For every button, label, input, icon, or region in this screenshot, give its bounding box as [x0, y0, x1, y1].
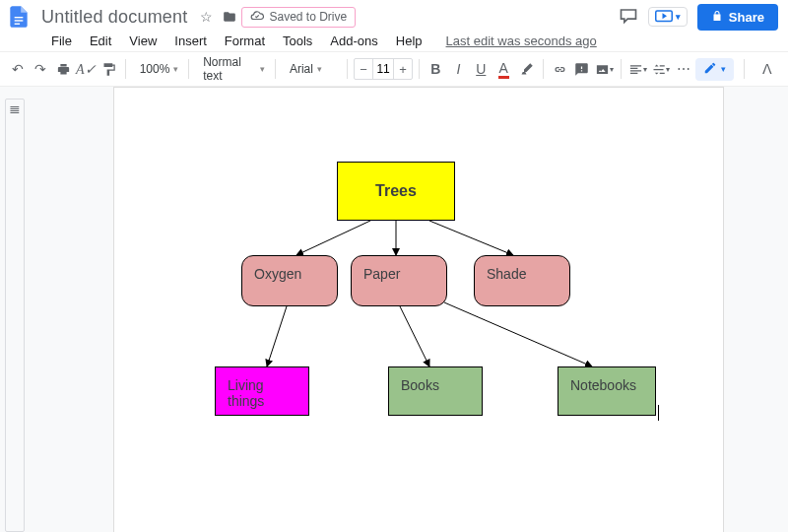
menu-tools[interactable]: Tools: [275, 32, 320, 50]
document-title[interactable]: Untitled document: [41, 7, 187, 28]
align-icon[interactable]: ▾: [627, 56, 648, 82]
svg-line-8: [400, 306, 429, 366]
insert-image-icon[interactable]: ▾: [594, 56, 615, 82]
insert-comment-icon[interactable]: [572, 56, 593, 82]
line-spacing-icon[interactable]: ▾: [650, 56, 671, 82]
present-button[interactable]: ▾: [648, 7, 688, 27]
share-label: Share: [729, 10, 764, 25]
workspace: ≣ Trees Oxygen Paper Shade Living things: [0, 87, 788, 532]
menu-edit[interactable]: Edit: [82, 32, 119, 50]
outline-rail: ≣: [0, 87, 30, 532]
more-icon[interactable]: ⋯: [673, 56, 693, 82]
redo-icon[interactable]: ↷: [31, 56, 51, 82]
move-icon[interactable]: [223, 10, 236, 24]
text-cursor: [658, 405, 659, 421]
title-bar: Untitled document ☆ Saved to Drive ▾ Sha…: [0, 0, 788, 30]
menu-file[interactable]: File: [43, 32, 80, 50]
saved-label: Saved to Drive: [269, 10, 347, 24]
underline-icon[interactable]: U: [471, 56, 492, 82]
font-size-input[interactable]: [372, 59, 394, 79]
last-edit-link[interactable]: Last edit was seconds ago: [438, 32, 605, 50]
zoom-dropdown[interactable]: 100%▾: [132, 57, 183, 81]
menu-help[interactable]: Help: [388, 32, 430, 50]
node-books[interactable]: Books: [388, 366, 483, 416]
saved-to-drive-status[interactable]: Saved to Drive: [241, 7, 356, 28]
star-icon[interactable]: ☆: [200, 9, 213, 25]
print-icon[interactable]: [53, 56, 74, 82]
undo-icon[interactable]: ↶: [8, 56, 29, 82]
svg-rect-0: [15, 17, 24, 18]
svg-line-6: [429, 221, 513, 255]
svg-line-7: [267, 306, 287, 366]
share-button[interactable]: Share: [697, 4, 778, 31]
outline-icon[interactable]: ≣: [5, 99, 25, 532]
spellcheck-icon[interactable]: A✓: [76, 56, 97, 82]
bold-icon[interactable]: B: [426, 56, 446, 82]
text-color-icon[interactable]: A: [493, 56, 514, 82]
node-shade[interactable]: Shade: [474, 255, 570, 306]
cloud-icon: [250, 9, 264, 26]
svg-line-4: [296, 221, 370, 255]
menu-insert[interactable]: Insert: [166, 32, 215, 50]
document-page[interactable]: Trees Oxygen Paper Shade Living things B…: [113, 87, 724, 532]
font-dropdown[interactable]: Arial▾: [282, 57, 341, 81]
node-living-things[interactable]: Living things: [215, 366, 309, 416]
mode-editing[interactable]: ▾: [695, 58, 734, 81]
menu-addons[interactable]: Add-ons: [322, 32, 385, 50]
caret-down-icon: ▾: [721, 64, 726, 74]
insert-link-icon[interactable]: [550, 56, 570, 82]
italic-icon[interactable]: I: [448, 56, 469, 82]
font-size-stepper[interactable]: − +: [354, 58, 413, 80]
menu-bar: File Edit View Insert Format Tools Add-o…: [0, 30, 788, 51]
app-logo[interactable]: [6, 4, 32, 30]
comments-icon[interactable]: [619, 5, 638, 30]
paint-format-icon[interactable]: [98, 56, 119, 82]
lock-icon: [711, 10, 723, 25]
paragraph-style-dropdown[interactable]: Normal text▾: [195, 57, 269, 81]
caret-down-icon: ▾: [676, 12, 681, 22]
svg-rect-2: [15, 24, 20, 25]
node-oxygen[interactable]: Oxygen: [241, 255, 338, 306]
svg-rect-1: [15, 20, 24, 21]
font-size-decrease[interactable]: −: [355, 62, 372, 77]
node-notebooks[interactable]: Notebooks: [558, 366, 656, 416]
svg-line-9: [444, 302, 592, 366]
node-trees[interactable]: Trees: [337, 162, 455, 221]
node-paper[interactable]: Paper: [351, 255, 447, 306]
menu-format[interactable]: Format: [217, 32, 273, 50]
highlight-icon[interactable]: [516, 56, 537, 82]
toolbar: ↶ ↷ A✓ 100%▾ Normal text▾ Arial▾ − + B I…: [0, 51, 788, 87]
collapse-icon[interactable]: ᐱ: [755, 56, 780, 82]
pencil-icon: [703, 61, 717, 78]
font-size-increase[interactable]: +: [394, 62, 412, 77]
menu-view[interactable]: View: [121, 32, 164, 50]
page-scroll[interactable]: Trees Oxygen Paper Shade Living things B…: [30, 87, 788, 532]
